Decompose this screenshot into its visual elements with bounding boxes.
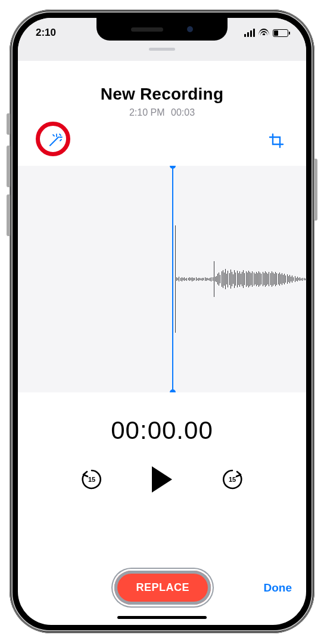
crop-icon: [268, 132, 285, 149]
transport-controls: 00:00.00 15 15: [18, 392, 306, 493]
cellular-bars-icon: [244, 29, 256, 37]
power-button: [314, 159, 317, 221]
playhead[interactable]: [172, 166, 173, 392]
phone-frame: 2:10 New Recording 2:10 PM 00:03: [10, 10, 314, 633]
waveform: [175, 219, 306, 339]
screen: 2:10 New Recording 2:10 PM 00:03: [18, 18, 306, 625]
svg-line-3: [60, 134, 61, 135]
sheet-grabber[interactable]: [149, 48, 175, 51]
home-indicator[interactable]: [117, 616, 207, 619]
recording-timestamp: 2:10 PM: [129, 107, 165, 117]
svg-line-4: [53, 135, 54, 136]
status-time: 2:10: [36, 27, 56, 39]
play-button[interactable]: [152, 466, 172, 493]
recording-duration: 00:03: [171, 107, 195, 117]
svg-text:15: 15: [88, 476, 95, 483]
status-right: [244, 29, 289, 37]
svg-line-5: [60, 140, 61, 141]
wifi-icon: [258, 29, 269, 37]
svg-text:15: 15: [229, 476, 236, 483]
skip-forward-15-icon: 15: [220, 467, 245, 492]
mute-switch: [7, 113, 10, 135]
recording-title[interactable]: New Recording: [32, 85, 292, 104]
playback-position: 00:00.00: [32, 416, 292, 445]
battery-icon: [273, 29, 288, 37]
svg-line-0: [50, 137, 58, 145]
volume-up-button: [7, 145, 10, 187]
skip-back-15-icon: 15: [79, 467, 104, 492]
front-camera: [187, 26, 193, 32]
trim-button[interactable]: [264, 129, 288, 153]
notch: [96, 18, 228, 41]
magic-wand-icon: [46, 132, 63, 149]
skip-back-button[interactable]: 15: [79, 467, 104, 492]
earpiece: [131, 27, 163, 32]
recording-header: New Recording 2:10 PM 00:03: [18, 61, 306, 166]
recording-subline: 2:10 PM 00:03: [32, 107, 292, 118]
edit-toolbar: [32, 125, 292, 160]
skip-forward-button[interactable]: 15: [220, 467, 245, 492]
volume-down-button: [7, 194, 10, 236]
replace-button[interactable]: REPLACE: [114, 571, 211, 605]
done-button[interactable]: Done: [264, 581, 292, 595]
enhance-button[interactable]: [43, 129, 67, 153]
waveform-region[interactable]: [18, 166, 306, 392]
